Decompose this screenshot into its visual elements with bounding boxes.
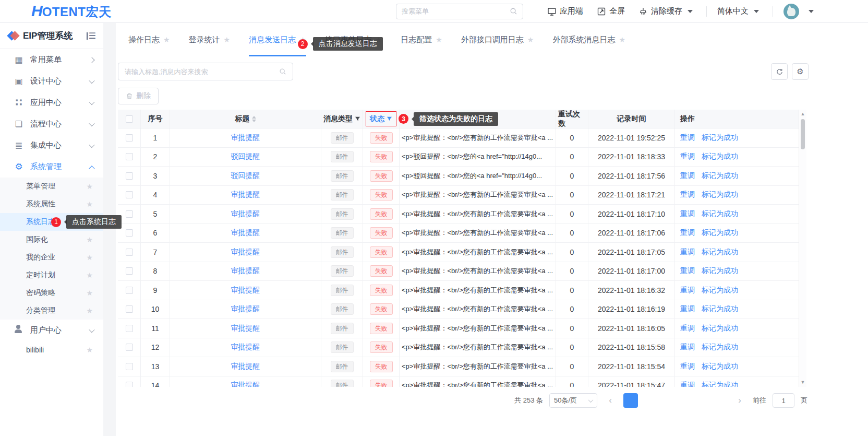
row-checkbox[interactable] [126, 249, 133, 256]
row-checkbox[interactable] [126, 210, 133, 218]
row-title-link[interactable]: 审批提醒 [231, 286, 260, 295]
collapse-sidebar-icon[interactable]: ☰ [87, 32, 96, 40]
log-tab[interactable]: 消息发送日志 ★ 2 点击消息发送日志 [249, 23, 306, 56]
sidebar-subitem[interactable]: 分类管理 ★ 1 点击系统日志 [0, 302, 103, 320]
avatar[interactable] [783, 4, 799, 19]
row-checkbox[interactable] [126, 305, 133, 313]
row-checkbox[interactable] [126, 325, 133, 332]
mark-success-link[interactable]: 标记为成功 [697, 284, 743, 297]
retry-link[interactable]: 重调 [680, 362, 695, 371]
star-icon[interactable]: ★ [527, 36, 534, 44]
page-size-select[interactable]: 50条/页 [549, 393, 597, 408]
retry-link[interactable]: 重调 [680, 304, 695, 314]
sort-icon[interactable] [252, 116, 256, 122]
row-checkbox[interactable] [126, 229, 133, 237]
retry-link[interactable]: 重调 [680, 152, 695, 161]
language-select[interactable]: 简体中文 [717, 6, 759, 16]
log-tab[interactable]: 操作日志 ★ 2 点击消息发送日志 [128, 23, 170, 56]
star-icon[interactable]: ★ [163, 36, 170, 44]
log-tab[interactable]: 外部系统消息日志 ★ 2 点击消息发送日志 [552, 23, 625, 56]
star-icon[interactable]: ★ [86, 200, 93, 208]
sidebar-subitem[interactable]: 我的企业 ★ 1 点击系统日志 [0, 249, 103, 266]
page-number-button[interactable] [712, 393, 727, 408]
star-icon[interactable]: ★ [619, 36, 625, 44]
star-icon[interactable]: ★ [86, 271, 93, 279]
row-checkbox[interactable] [126, 267, 133, 275]
row-title-link[interactable]: 审批提醒 [231, 324, 260, 333]
row-title-link[interactable]: 审批提醒 [231, 228, 260, 238]
mark-success-link[interactable]: 标记为成功 [697, 169, 743, 183]
filter-icon[interactable] [355, 116, 360, 122]
row-checkbox[interactable] [126, 287, 133, 294]
sidebar-subitem[interactable]: 国际化 ★ 1 点击系统日志 [0, 231, 103, 249]
goto-page-input[interactable] [773, 393, 794, 408]
row-title-link[interactable]: 驳回提醒 [231, 171, 260, 181]
mark-success-link[interactable]: 标记为成功 [697, 207, 743, 221]
sidebar-group-system[interactable]: 系统管理 [0, 156, 103, 178]
star-icon[interactable]: ★ [86, 182, 93, 191]
retry-link[interactable]: 重调 [680, 266, 695, 276]
star-icon[interactable]: ★ [86, 235, 93, 244]
row-title-link[interactable]: 审批提醒 [231, 209, 260, 219]
row-title-link[interactable]: 审批提醒 [231, 343, 260, 352]
page-number-button[interactable] [677, 393, 691, 408]
log-tab[interactable]: 外部接口调用日志 ★ 2 点击消息发送日志 [461, 23, 534, 56]
mark-success-link[interactable]: 标记为成功 [697, 264, 743, 278]
mark-success-link[interactable]: 标记为成功 [697, 131, 743, 145]
sidebar-subitem[interactable]: 系统属性 ★ 1 点击系统日志 [0, 195, 103, 213]
star-icon[interactable]: ★ [86, 253, 93, 262]
row-title-link[interactable]: 驳回提醒 [231, 152, 260, 161]
sidebar-subitem[interactable]: 菜单管理 ★ 1 点击系统日志 [0, 178, 103, 195]
log-tab[interactable]: 日志配置 ★ 2 点击消息发送日志 [401, 23, 442, 56]
sidebar-group[interactable]: 集成中心 [0, 135, 103, 156]
star-icon[interactable]: ★ [436, 36, 442, 44]
retry-link[interactable]: 重调 [680, 286, 695, 295]
page-number-button[interactable] [641, 393, 656, 408]
retry-link[interactable]: 重调 [680, 248, 695, 257]
refresh-button[interactable] [771, 63, 788, 80]
prev-page-button[interactable]: ‹ [604, 393, 617, 408]
mark-success-link[interactable]: 标记为成功 [697, 302, 743, 316]
filter-icon[interactable] [387, 116, 392, 122]
user-menu[interactable] [783, 4, 814, 19]
mark-success-link[interactable]: 标记为成功 [697, 322, 743, 335]
row-title-link[interactable]: 审批提醒 [231, 304, 260, 314]
star-icon[interactable]: ★ [224, 36, 231, 44]
page-number-button[interactable] [694, 393, 709, 408]
retry-link[interactable]: 重调 [680, 343, 695, 352]
menu-search-input[interactable] [402, 7, 510, 15]
delete-button[interactable]: 删除 [118, 88, 159, 104]
app-client-button[interactable]: 应用端 [547, 6, 583, 16]
row-checkbox[interactable] [126, 153, 133, 160]
row-title-link[interactable]: 审批提醒 [231, 190, 260, 199]
star-icon[interactable]: ★ [86, 307, 93, 315]
retry-link[interactable]: 重调 [680, 381, 695, 387]
scrollbar-thumb[interactable] [801, 119, 805, 149]
sidebar-group[interactable]: 常用菜单 [0, 49, 103, 70]
page-number-button[interactable] [659, 393, 673, 408]
table-search-input[interactable] [125, 68, 279, 76]
select-all-checkbox[interactable] [126, 115, 133, 123]
next-page-button[interactable]: › [733, 393, 746, 408]
row-checkbox[interactable] [126, 382, 133, 387]
page-number-button[interactable] [623, 393, 638, 408]
row-checkbox[interactable] [126, 172, 133, 180]
row-checkbox[interactable] [126, 363, 133, 370]
sidebar-group[interactable]: 流程中心 [0, 113, 103, 135]
row-title-link[interactable]: 审批提醒 [231, 248, 260, 257]
row-checkbox[interactable] [126, 134, 133, 142]
sidebar-subitem[interactable]: 密码策略 ★ 1 点击系统日志 [0, 284, 103, 302]
column-settings-button[interactable]: ⚙ [792, 63, 809, 80]
row-checkbox[interactable] [126, 344, 133, 351]
table-scrollbar[interactable]: ▲ ▼ [799, 110, 806, 387]
mark-success-link[interactable]: 标记为成功 [697, 245, 743, 259]
mark-success-link[interactable]: 标记为成功 [697, 150, 743, 163]
sidebar-group[interactable]: 设计中心 [0, 70, 103, 92]
retry-link[interactable]: 重调 [680, 133, 695, 143]
row-title-link[interactable]: 审批提醒 [231, 266, 260, 276]
sidebar-group[interactable]: 应用中心 [0, 92, 103, 113]
row-checkbox[interactable] [126, 191, 133, 198]
row-title-link[interactable]: 审批提醒 [231, 133, 260, 143]
scroll-down-icon[interactable]: ▼ [801, 380, 805, 385]
retry-link[interactable]: 重调 [680, 228, 695, 238]
